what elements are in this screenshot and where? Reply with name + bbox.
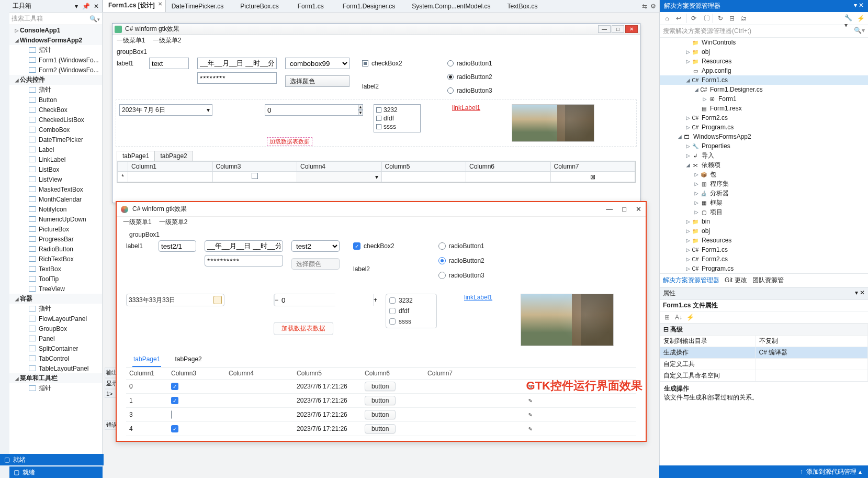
tab-tabpage1[interactable]: tabPage1: [117, 151, 155, 161]
solution-tree-node[interactable]: ◢⫘依赖项: [660, 160, 868, 170]
soltab-explorer[interactable]: 解决方案资源管理器: [663, 276, 719, 285]
datetimepicker[interactable]: 2023年 7月 6日 ▾: [119, 104, 212, 116]
toolbox-item[interactable]: CheckedListBox: [9, 115, 102, 125]
solution-tree[interactable]: 📁WinControls▷📁obj▷📁Resources▭App.config◢…: [660, 38, 868, 273]
doc-tab[interactable]: PictureBox.cs: [234, 0, 289, 12]
soltab-team[interactable]: 团队资源管: [752, 276, 784, 285]
toolbox-item[interactable]: RadioButton: [9, 244, 102, 254]
solution-tree-node[interactable]: ▷📦包: [660, 170, 868, 179]
tabs-gear-icon[interactable]: ⚙: [650, 3, 656, 10]
props-events-icon[interactable]: ⚡: [685, 313, 695, 322]
choose-color-button[interactable]: 选择颜色: [285, 75, 350, 87]
source-control-upload-icon[interactable]: ↑: [800, 468, 803, 475]
toolbox-item[interactable]: Button: [9, 95, 102, 105]
toolbox-item[interactable]: Label: [9, 144, 102, 154]
toolbox-item[interactable]: 指针: [9, 45, 102, 55]
toolbox-item[interactable]: 指针: [9, 85, 102, 95]
toolbox-item[interactable]: TextBox: [9, 264, 102, 274]
combobox[interactable]: combobox99: [285, 58, 350, 69]
gtk-choose-color[interactable]: 选择颜色: [291, 258, 340, 270]
solution-tree-node[interactable]: ▷↲导入: [660, 151, 868, 160]
solution-tree-node[interactable]: ▷C#Program.cs: [660, 264, 868, 273]
toolbox-item[interactable]: GroupBox: [9, 324, 102, 334]
gtk-numeric-minus[interactable]: −: [274, 294, 278, 306]
sol-sync-icon[interactable]: ⟳: [689, 14, 699, 23]
solution-tree-node[interactable]: ▷▦框架: [660, 198, 868, 207]
gtk-radio1[interactable]: radioButton1: [438, 240, 484, 252]
doc-tab[interactable]: DateTimePicker.cs: [166, 0, 235, 12]
gtk-password[interactable]: [205, 255, 283, 266]
toolbox-group-header[interactable]: ▷ConsoleApp1: [9, 25, 102, 35]
solution-tree-node[interactable]: ▷C#Form2.cs: [660, 254, 868, 264]
toolbox-item[interactable]: TreeView: [9, 284, 102, 294]
solution-tree-node[interactable]: ◢🗔WindowsFormsApp2: [660, 132, 868, 141]
toolbox-item[interactable]: Form1 (WindowsFo...: [9, 55, 102, 65]
gtk-datetimepicker[interactable]: 3333年33月33日: [126, 294, 224, 306]
toolbox-group-header[interactable]: ◢公共控件: [9, 75, 102, 85]
doc-tab[interactable]: TextBox.cs: [501, 0, 548, 12]
menu-item-1[interactable]: 一级菜单1: [117, 36, 145, 45]
solution-tree-node[interactable]: ▷C#Form2.cs: [660, 113, 868, 123]
solution-tree-node[interactable]: 📁WinControls: [660, 38, 868, 47]
solution-tree-node[interactable]: ▷📁obj: [660, 226, 868, 236]
toolbox-item[interactable]: Form2 (WindowsFo...: [9, 65, 102, 75]
gtk-minimize-button[interactable]: —: [606, 205, 613, 213]
gtk-numeric-plus[interactable]: +: [373, 294, 377, 306]
solution-tree-node[interactable]: ▤Form1.resx: [660, 104, 868, 113]
sol-refresh-icon[interactable]: ↻: [715, 14, 726, 23]
doc-tab[interactable]: Form1.cs [设计]✕: [103, 0, 166, 12]
toolbox-item[interactable]: ListBox: [9, 164, 102, 174]
props-cat-icon[interactable]: ⊞: [662, 313, 672, 322]
gtk-grid-row[interactable]: 12023/7/6 17:21:26button✎: [126, 394, 636, 408]
toolbox-item[interactable]: FlowLayoutPanel: [9, 314, 102, 324]
gtk-datemask[interactable]: [205, 240, 283, 252]
gtk-checkbox2[interactable]: checkBox2: [353, 240, 394, 252]
toolbox-tree[interactable]: ▷ConsoleApp1◢WindowsFormsApp2指针Form1 (Wi…: [9, 25, 102, 478]
toolbox-item[interactable]: MonthCalendar: [9, 194, 102, 204]
solution-tree-node[interactable]: ▷🔬分析器: [660, 188, 868, 198]
checkedlistbox[interactable]: 3232 dfdf ssss: [374, 104, 421, 132]
sol-filter-icon[interactable]: ⚡: [855, 14, 866, 23]
solution-tree-node[interactable]: ◢C#Form1.cs: [660, 75, 868, 85]
radio3-row[interactable]: radioButton3: [447, 85, 492, 96]
minimize-button[interactable]: —: [598, 25, 611, 33]
gtk-checkedlistbox[interactable]: 3232 dfdf ssss: [386, 294, 437, 328]
gtk-menu-1[interactable]: 一级菜单1: [123, 218, 152, 227]
props-dropdown-icon[interactable]: ▾: [855, 289, 858, 296]
close-button[interactable]: ✕: [625, 25, 638, 33]
toolbox-item[interactable]: ListView: [9, 174, 102, 184]
gtk-menu-2[interactable]: 一级菜单2: [159, 218, 188, 227]
toolbox-item[interactable]: ComboBox: [9, 125, 102, 135]
maximize-button[interactable]: □: [612, 25, 624, 33]
numeric-input[interactable]: [265, 104, 358, 116]
linklabel1[interactable]: linkLabel1: [452, 104, 480, 112]
grid-col3-checkbox[interactable]: [252, 173, 258, 179]
menu-item-2[interactable]: 一级菜单2: [153, 36, 182, 45]
gtk-textbox1[interactable]: [159, 240, 196, 252]
solution-close-icon[interactable]: ✕: [859, 2, 864, 9]
gtk-combobox[interactable]: test2: [291, 240, 340, 252]
solution-tree-node[interactable]: ▷📁Resources: [660, 236, 868, 245]
solution-tree-node[interactable]: ▷📁bin: [660, 217, 868, 226]
numeric-updown[interactable]: ▲▼: [265, 104, 316, 116]
solution-tree-node[interactable]: ▷▢项目: [660, 207, 868, 217]
toolbox-group-header[interactable]: ◢菜单和工具栏: [9, 373, 102, 383]
toolbox-item[interactable]: Panel: [9, 334, 102, 343]
toolbox-item[interactable]: TableLayoutPanel: [9, 363, 102, 373]
toolbox-item[interactable]: CheckBox: [9, 105, 102, 115]
datemask-input[interactable]: [197, 58, 277, 69]
gtk-close-button[interactable]: ✕: [636, 205, 641, 213]
gtk-numeric-input[interactable]: [278, 294, 373, 306]
sol-home-icon[interactable]: ⌂: [662, 14, 672, 23]
toolbox-item[interactable]: NotifyIcon: [9, 204, 102, 214]
designer-window[interactable]: C# winform gtk效果 — □ ✕ 一级菜单1 一级菜单2 group…: [112, 23, 640, 203]
toolbox-search[interactable]: 搜索工具箱 🔍▾: [9, 13, 102, 25]
doc-tab[interactable]: System.Comp...entModel.cs: [406, 0, 501, 12]
toolbox-group-header[interactable]: ◢容器: [9, 294, 102, 304]
toolbox-group-header[interactable]: ◢WindowsFormsApp2: [9, 35, 102, 45]
gtk-numeric[interactable]: − +: [274, 294, 336, 306]
gtk-tab-tabpage1[interactable]: tabPage1: [132, 352, 161, 367]
radio2-row[interactable]: radioButton2: [447, 71, 492, 83]
gtk-grid-row[interactable]: 42023/7/6 17:21:26button✎: [126, 422, 636, 436]
sol-collapse-icon[interactable]: ⊟: [727, 14, 737, 23]
